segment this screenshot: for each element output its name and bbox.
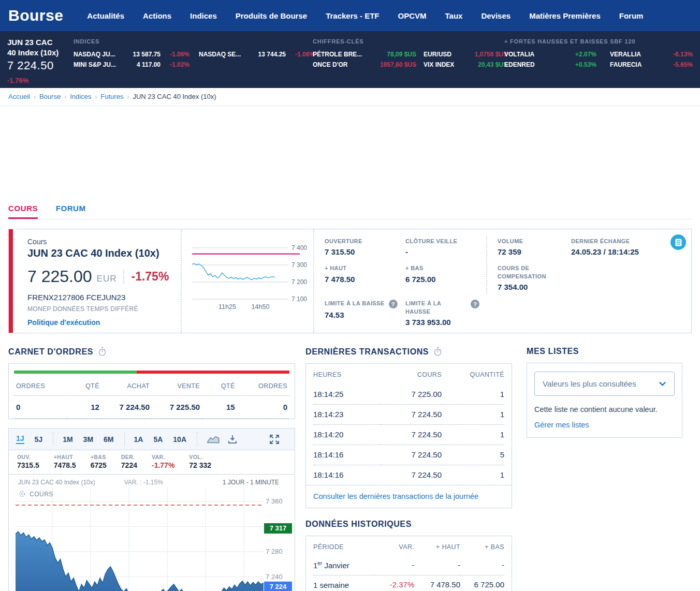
timeframe-6m[interactable]: 6M: [104, 435, 113, 444]
order-book-sell-bar: [137, 371, 289, 374]
nav-item-taux[interactable]: Taux: [445, 11, 463, 20]
ticker-entry[interactable]: VERALLIA -6.13%: [596, 51, 693, 58]
nav-item-matieres[interactable]: Matières Premières: [529, 11, 601, 20]
timeframe-10a[interactable]: 10A: [173, 435, 186, 444]
chart-stat-bas: +BAS6725: [91, 454, 107, 469]
breadcrumb-separator: ›: [64, 93, 66, 100]
breadcrumb-accueil[interactable]: Accueil: [8, 93, 30, 100]
main-chart-area[interactable]: 7 3607 3207 2807 2407 2007 3177 2247 197…: [9, 475, 295, 591]
svg-text:7 300: 7 300: [291, 261, 307, 269]
buy-price[interactable]: 7 224.50: [101, 396, 152, 419]
nav-item-forum[interactable]: Forum: [619, 11, 644, 20]
tab-bar: COURS FORUM: [8, 191, 692, 219]
sell-orders: 0: [237, 396, 289, 419]
order-book-title: CARNET D'ORDRES: [8, 347, 93, 357]
manage-lists-link[interactable]: Gérer mes listes: [534, 421, 675, 429]
nav-item-actions[interactable]: Actions: [143, 11, 171, 20]
lists-dropdown[interactable]: Valeurs les plus consultées: [534, 372, 675, 396]
timeframe-1j[interactable]: 1J: [16, 434, 24, 444]
transactions-headers: HEURES COURS QUANTITÉ: [313, 364, 504, 385]
area-chart-icon: [207, 434, 220, 445]
timeframe-1m[interactable]: 1M: [63, 435, 72, 444]
quote-isin: FRENX2127806 FCEJUN23: [27, 293, 181, 302]
order-book-row: 0 12 7 224.50 7 225.50 15 0: [14, 396, 289, 419]
ticker-entry[interactable]: VIX INDEX 20,43 $US: [416, 61, 507, 68]
execution-policy-link[interactable]: Politique d'exécution: [27, 318, 181, 327]
gear-icon[interactable]: [18, 490, 26, 498]
ticker-entry[interactable]: EUR/USD 1,0756 $US: [416, 51, 507, 58]
ticker-entry[interactable]: MINI S&P JU... 4 117.00 -1.02%: [74, 61, 189, 68]
order-book-ratio-bar: [14, 371, 289, 374]
ticker-entry[interactable]: ONCE D'OR 1957,60 $US: [313, 61, 416, 68]
transaction-row: 18:14:167 224.501: [313, 465, 504, 485]
nav-item-devises[interactable]: Devises: [481, 11, 511, 20]
ticker-entry[interactable]: NASDAQ SE... 13 744.25 -1.06%: [199, 51, 315, 58]
lists-dropdown-value: Valeurs les plus consultées: [543, 379, 636, 388]
ticker-entry[interactable]: PÉTROLE BRE... 78,09 $US: [313, 51, 416, 58]
nav-item-indices[interactable]: Indices: [190, 11, 217, 20]
ticker-entry[interactable]: FAURECIA -5.65%: [596, 61, 693, 68]
transactions-header: DERNIÈRES TRANSACTIONS: [305, 347, 512, 357]
mini-chart-container: 7 4007 3007 2007 10011h2514h50: [181, 229, 314, 333]
help-icon[interactable]: [471, 300, 479, 308]
nav-item-trackers[interactable]: Trackers - ETF: [326, 11, 379, 20]
ticker-group-title: INDICES: [74, 38, 313, 45]
svg-text:7 317: 7 317: [270, 524, 287, 532]
ticker-strip: JUN 23 CAC 40 Index (10x) 7 224.50 -1.76…: [0, 31, 700, 88]
chart-stat-haut: +HAUT7478.5: [54, 454, 76, 469]
ticker-group-title: + FORTES HAUSSES ET BAISSES SBF 120: [504, 38, 693, 45]
ticker-entry[interactable]: EDENRED +0.53%: [504, 61, 596, 68]
chart-toolbar: 1J 5J 1M 3M 6M 1A 5A 10A: [9, 429, 295, 450]
transactions-link[interactable]: Consulter les dernières transactions de …: [306, 485, 512, 508]
document-icon: [675, 239, 682, 246]
chart-overlay-header: JUN 23 CAC 40 Index (10x) VAR. : -1.15% …: [18, 479, 286, 486]
stopwatch-icon[interactable]: [98, 347, 107, 357]
quote-stats: OUVERTURE 7 315.50 CLÔTURE VEILLE - VOLU…: [314, 229, 691, 333]
stats-divider: [486, 237, 487, 293]
breadcrumb-futures[interactable]: Futures: [100, 93, 123, 100]
historical-title: DONNÉES HISTORIQUES: [305, 520, 412, 529]
timeframe-5a[interactable]: 5A: [153, 435, 163, 444]
ticker-entry[interactable]: VOLTALIA +2.07%: [504, 51, 596, 58]
svg-text:7 224: 7 224: [270, 583, 287, 590]
ticker-instrument-change: -1.76%: [7, 77, 74, 84]
nav-item-opcvm[interactable]: OPCVM: [398, 11, 427, 20]
help-icon[interactable]: [389, 300, 398, 308]
stat-limite-baisse: LIMITE À LA BAISSE 74.53: [325, 300, 405, 327]
logo[interactable]: Bourse: [8, 7, 63, 24]
breadcrumb-indices[interactable]: Indices: [70, 93, 91, 100]
ticker-instrument[interactable]: JUN 23 CAC 40 Index (10x) 7 224.50 -1.76…: [7, 37, 74, 88]
nav-item-produits[interactable]: Produits de Bourse: [236, 11, 307, 20]
order-book-buy-bar: [14, 371, 137, 374]
quote-card: Cours JUN 23 CAC 40 Index (10x) 7 225.00…: [8, 229, 692, 333]
main-content: CARNET D'ORDRES ORDRES QTÉ ACHAT VE: [8, 347, 692, 591]
breadcrumb-bourse[interactable]: Bourse: [39, 93, 61, 100]
document-button[interactable]: [670, 234, 686, 250]
ticker-entry[interactable]: NASDAQ JU... 13 587.75 -1.06%: [74, 51, 189, 58]
stat-ouverture: OUVERTURE 7 315.50: [325, 238, 405, 256]
svg-text:7 200: 7 200: [291, 278, 307, 286]
tab-forum[interactable]: FORUM: [56, 204, 86, 217]
tab-cours[interactable]: COURS: [8, 204, 38, 219]
chevron-down-icon: [659, 381, 666, 387]
sell-price[interactable]: 7 225.50: [152, 396, 202, 419]
timeframe-1a[interactable]: 1A: [134, 435, 143, 444]
middle-column: DERNIÈRES TRANSACTIONS HEURES COURS QUAN…: [305, 347, 512, 591]
instrument-title: JUN 23 CAC 40 Index (10x): [27, 247, 181, 259]
ticker-group-indices: INDICES NASDAQ JU... 13 587.75 -1.06% MI…: [74, 37, 313, 88]
timeframe-3m[interactable]: 3M: [83, 435, 93, 444]
chart-legend: COURS: [18, 490, 53, 498]
nav-item-actualites[interactable]: Actualités: [87, 11, 124, 20]
quote-kicker: Cours: [27, 238, 181, 246]
fullscreen-button[interactable]: [269, 434, 280, 445]
chart-type-button[interactable]: [207, 434, 220, 445]
stopwatch-icon[interactable]: [433, 347, 442, 357]
breadcrumb-separator: ›: [127, 93, 129, 100]
toolbar-separator: [53, 432, 53, 447]
order-book-panel: ORDRES QTÉ ACHAT VENTE QTÉ ORDRES 0 12 7…: [8, 363, 295, 419]
price-divider: [123, 270, 124, 284]
stat-volume: VOLUME 72 359: [486, 238, 571, 256]
quote-change: -1.75%: [131, 270, 169, 284]
download-button[interactable]: [227, 434, 238, 445]
timeframe-5j[interactable]: 5J: [35, 435, 43, 444]
